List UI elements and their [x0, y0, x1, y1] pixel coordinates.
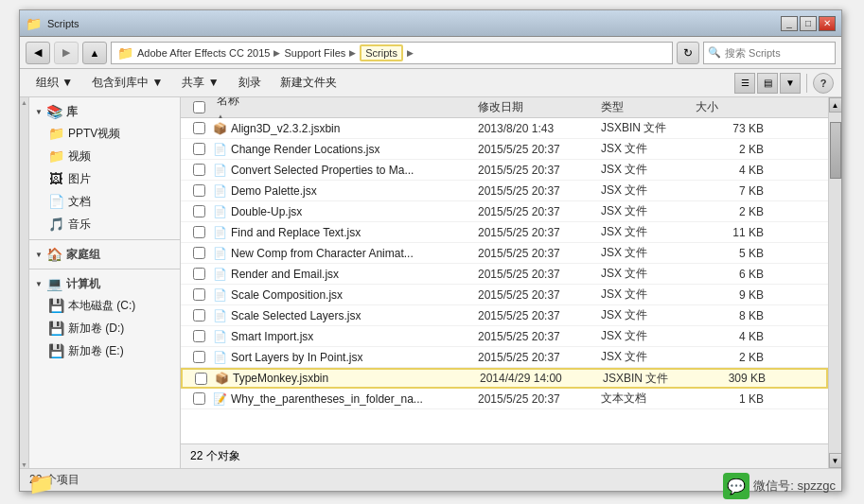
file-size-6: 5 KB	[696, 247, 771, 260]
row-checkbox-10[interactable]	[185, 330, 213, 342]
row-checkbox-7[interactable]	[185, 268, 213, 280]
file-name-text-13: Why_the_parentheses_in_folder_na...	[231, 392, 423, 406]
computer-icon: 💻	[46, 276, 62, 291]
maximize-button[interactable]: □	[800, 16, 817, 31]
table-row[interactable]: 📄 Render and Email.jsx 2015/5/25 20:37 J…	[181, 264, 828, 285]
checkbox-5[interactable]	[193, 226, 205, 238]
help-button[interactable]: ?	[813, 73, 834, 94]
row-checkbox-2[interactable]	[185, 164, 213, 176]
file-date-8: 2015/5/25 20:37	[478, 288, 601, 302]
checkbox-8[interactable]	[193, 288, 205, 301]
row-checkbox-0[interactable]	[185, 122, 213, 134]
search-input[interactable]	[725, 47, 820, 59]
new-folder-label: 新建文件夹	[280, 75, 337, 91]
sidebar-section-library[interactable]: ▼ 📚 库	[29, 101, 180, 122]
checkbox-10[interactable]	[193, 330, 205, 342]
checkbox-9[interactable]	[193, 309, 205, 322]
minimize-button[interactable]: _	[781, 16, 798, 31]
up-button[interactable]: ▲	[82, 42, 107, 64]
toolbar-burn[interactable]: 刻录	[230, 73, 270, 94]
row-checkbox-8[interactable]	[185, 288, 213, 301]
right-scrollbar: ▲ ▼	[828, 97, 841, 468]
scrollbar-track[interactable]	[829, 113, 842, 453]
checkbox-4[interactable]	[193, 205, 205, 217]
row-checkbox-6[interactable]	[185, 247, 213, 259]
view-dropdown-button[interactable]: ▼	[780, 73, 801, 94]
file-icon-10: 📄	[213, 330, 226, 343]
row-checkbox-3[interactable]	[185, 184, 213, 197]
sidebar-section-computer[interactable]: ▼ 💻 计算机	[29, 273, 180, 294]
wechat-icon: 💬	[723, 473, 749, 499]
checkbox-11[interactable]	[193, 351, 205, 363]
sidebar-item-pptv[interactable]: 📁 PPTV视频	[29, 122, 180, 145]
col-size-header[interactable]: 大小	[696, 99, 771, 115]
checkbox-13[interactable]	[193, 392, 205, 405]
table-row[interactable]: 📦 Align3D_v2.3.2.jsxbin 2013/8/20 1:43 J…	[181, 118, 828, 139]
table-row[interactable]: 📦 TypeMonkey.jsxbin 2014/4/29 14:00 JSXB…	[181, 368, 828, 389]
row-checkbox-11[interactable]	[185, 351, 213, 363]
table-row[interactable]: 📄 Double-Up.jsx 2015/5/25 20:37 JSX 文件 2…	[181, 201, 828, 222]
sidebar-item-video[interactable]: 📁 视频	[29, 145, 180, 167]
row-checkbox-12[interactable]	[186, 373, 215, 385]
checkbox-7[interactable]	[193, 268, 205, 280]
sidebar-item-c-drive[interactable]: 💾 本地磁盘 (C:)	[29, 294, 180, 317]
row-checkbox-13[interactable]	[185, 392, 213, 405]
library-expand-icon: ▼	[35, 108, 43, 116]
row-checkbox-4[interactable]	[185, 205, 213, 217]
file-name-6: 📄 New Comp from Character Animat...	[213, 247, 478, 260]
table-row[interactable]: 📄 Smart Import.jsx 2015/5/25 20:37 JSX 文…	[181, 326, 828, 347]
table-row[interactable]: 📄 Change Render Locations.jsx 2015/5/25 …	[181, 139, 828, 160]
table-row[interactable]: 📄 Find and Replace Text.jsx 2015/5/25 20…	[181, 222, 828, 243]
toolbar-organize[interactable]: 组织 ▼	[27, 73, 81, 94]
view-details-button[interactable]: ▤	[757, 73, 778, 94]
checkbox-6[interactable]	[193, 247, 205, 259]
sidebar-scroll-down[interactable]: ▼	[21, 461, 27, 468]
sidebar-item-docs[interactable]: 📄 文档	[29, 190, 180, 213]
file-name-13: 📝 Why_the_parentheses_in_folder_na...	[213, 392, 478, 406]
file-icon-0: 📦	[213, 122, 226, 135]
col-date-header[interactable]: 修改日期	[478, 99, 601, 115]
row-checkbox-5[interactable]	[185, 226, 213, 238]
table-row[interactable]: 📄 New Comp from Character Animat... 2015…	[181, 243, 828, 264]
watermark-text: 微信号: spzzgc	[753, 478, 836, 495]
table-row[interactable]: 📝 Why_the_parentheses_in_folder_na... 20…	[181, 389, 828, 409]
scrollbar-down-button[interactable]: ▼	[829, 453, 842, 468]
sidebar-item-music[interactable]: 🎵 音乐	[29, 213, 180, 235]
select-all-checkbox[interactable]	[193, 101, 205, 113]
row-checkbox-9[interactable]	[185, 309, 213, 322]
checkbox-1[interactable]	[193, 143, 205, 155]
refresh-button[interactable]: ↻	[677, 42, 699, 64]
file-size-8: 9 KB	[696, 288, 771, 302]
scrollbar-up-button[interactable]: ▲	[829, 97, 842, 113]
sidebar-item-d-drive[interactable]: 💾 新加卷 (D:)	[29, 317, 180, 339]
checkbox-12[interactable]	[195, 373, 207, 385]
table-row[interactable]: 📄 Sort Layers by In Point.jsx 2015/5/25 …	[181, 347, 828, 368]
scrollbar-thumb[interactable]	[830, 122, 841, 179]
toolbar-new-folder[interactable]: 新建文件夹	[272, 73, 345, 94]
close-button[interactable]: ✕	[819, 16, 836, 31]
back-button[interactable]: ◀	[26, 42, 50, 64]
file-date-4: 2015/5/25 20:37	[478, 205, 601, 218]
row-checkbox-1[interactable]	[185, 143, 213, 155]
sidebar-item-pictures[interactable]: 🖼 图片	[29, 167, 180, 190]
table-row[interactable]: 📄 Scale Selected Layers.jsx 2015/5/25 20…	[181, 305, 828, 326]
table-row[interactable]: 📄 Demo Palette.jsx 2015/5/25 20:37 JSX 文…	[181, 181, 828, 201]
sidebar-section-homegroup[interactable]: ▼ 🏠 家庭组	[29, 244, 180, 265]
checkbox-3[interactable]	[193, 184, 205, 197]
checkbox-2[interactable]	[193, 164, 205, 176]
file-size-12: 309 KB	[697, 372, 773, 385]
table-row[interactable]: 📄 Scale Composition.jsx 2015/5/25 20:37 …	[181, 285, 828, 305]
view-list-button[interactable]: ☰	[734, 73, 755, 94]
file-type-10: JSX 文件	[601, 328, 696, 344]
forward-button[interactable]: ▶	[54, 42, 79, 64]
sidebar-scroll-up[interactable]: ▲	[21, 99, 27, 106]
checkbox-0[interactable]	[193, 122, 205, 134]
col-type-header[interactable]: 类型	[601, 99, 696, 115]
toolbar-include-lib[interactable]: 包含到库中 ▼	[83, 73, 171, 94]
file-name-text-1: Change Render Locations.jsx	[231, 143, 379, 156]
sidebar-item-e-drive[interactable]: 💾 新加卷 (E:)	[29, 339, 180, 362]
table-row[interactable]: 📄 Convert Selected Properties to Ma... 2…	[181, 160, 828, 181]
d-drive-icon: 💾	[48, 321, 63, 336]
toolbar-share[interactable]: 共享 ▼	[173, 73, 227, 94]
address-path[interactable]: 📁 Adobe After Effects CC 2015 ▶ Support …	[111, 42, 673, 64]
